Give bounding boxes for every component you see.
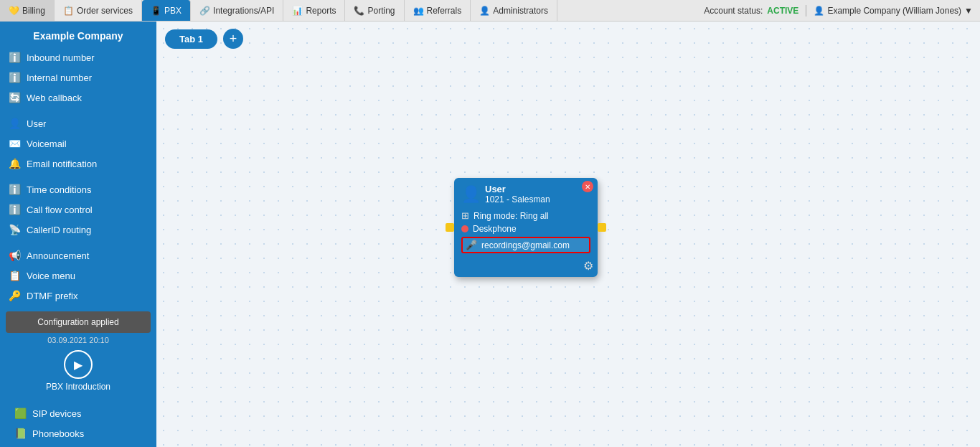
- sidebar-item-announcement[interactable]: 📢 Announcement: [0, 245, 156, 265]
- order-services-icon: 📋: [63, 6, 74, 16]
- administrators-icon: 👤: [479, 6, 490, 16]
- card-footer: ⚙: [454, 259, 598, 277]
- main-layout: Example Company ℹ️ Inbound number ℹ️ Int…: [0, 22, 980, 447]
- config-date: 03.09.2021 20:10: [6, 336, 151, 344]
- sidebar-item-sip-devices[interactable]: 🟩 SIP devices: [6, 403, 151, 423]
- nav-integrations[interactable]: 🔗 Integrations/API: [191, 0, 283, 21]
- user-card-body: ⊞ Ring mode: Ring all Deskphone 🎤 record…: [454, 207, 598, 259]
- voice-menu-icon: 📋: [9, 270, 21, 281]
- card-close-button[interactable]: ✕: [582, 181, 593, 192]
- ring-mode-row: ⊞ Ring mode: Ring all: [461, 210, 590, 221]
- play-button-wrap: ▶ PBX Introduction: [6, 350, 151, 397]
- account-status: Account status: ACTIVE: [704, 6, 798, 16]
- sidebar-item-dtmf-prefix[interactable]: 🔑 DTMF prefix: [0, 286, 156, 306]
- sidebar-item-user[interactable]: 👤 User: [0, 113, 156, 133]
- email-row[interactable]: 🎤 recordings@gmail.com: [461, 237, 590, 253]
- reports-icon: 📊: [292, 6, 303, 16]
- sip-devices-icon: 🟩: [14, 408, 27, 419]
- integrations-icon: 🔗: [199, 6, 210, 16]
- callerid-routing-icon: 📡: [9, 224, 21, 235]
- nav-porting[interactable]: 📞 Porting: [345, 0, 404, 21]
- sidebar: Example Company ℹ️ Inbound number ℹ️ Int…: [0, 22, 156, 447]
- sidebar-item-email-notification[interactable]: 🔔 Email notification: [0, 154, 156, 174]
- user-card: 👤 User 1021 - Salesman ✕ ⊞ Ring mode: Ri…: [454, 178, 598, 277]
- card-gear-icon[interactable]: ⚙: [583, 259, 593, 273]
- card-right-connector: [598, 223, 606, 232]
- email-notification-icon: 🔔: [9, 158, 21, 169]
- sidebar-item-internal-number[interactable]: ℹ️ Internal number: [0, 67, 156, 88]
- sidebar-item-time-conditions[interactable]: ℹ️ Time conditions: [0, 179, 156, 199]
- sidebar-item-voice-menu[interactable]: 📋 Voice menu: [0, 265, 156, 286]
- user-card-avatar-icon: 👤: [461, 185, 481, 204]
- add-tab-button[interactable]: +: [223, 29, 243, 49]
- content-toolbar: Tab 1 +: [156, 22, 980, 56]
- time-conditions-icon: ℹ️: [9, 184, 21, 195]
- chevron-down-icon: ▼: [964, 6, 973, 16]
- internal-number-icon: ℹ️: [9, 72, 21, 83]
- referrals-icon: 👥: [413, 6, 424, 16]
- nav-order-services[interactable]: 📋 Order services: [55, 0, 142, 21]
- deskphone-status-dot: [461, 225, 468, 232]
- user-avatar-icon: 👤: [814, 6, 824, 16]
- sidebar-item-voicemail[interactable]: ✉️ Voicemail: [0, 133, 156, 154]
- announcement-icon: 📢: [9, 250, 21, 261]
- call-flow-control-icon: ℹ️: [9, 204, 21, 215]
- ring-mode-icon: ⊞: [461, 210, 469, 221]
- nav-reports[interactable]: 📊 Reports: [283, 0, 345, 21]
- content-area: Tab 1 + 👤 User 1021 - Salesman ✕: [156, 22, 980, 447]
- top-navigation: 💛 Billing 📋 Order services 📱 PBX 🔗 Integ…: [0, 0, 980, 22]
- dtmf-prefix-icon: 🔑: [9, 290, 21, 301]
- sidebar-item-callerid-routing[interactable]: 📡 CallerID routing: [0, 220, 156, 240]
- sidebar-bottom-items: 🟩 SIP devices 📗 Phonebooks ⚙️ Settings: [6, 403, 151, 447]
- sidebar-item-web-callback[interactable]: 🔄 Web callback: [0, 88, 156, 108]
- config-applied-label: Configuration applied: [6, 311, 151, 333]
- web-callback-icon: 🔄: [9, 92, 21, 103]
- nav-billing[interactable]: 💛 Billing: [0, 0, 55, 21]
- user-card-title: User: [485, 184, 590, 194]
- pbx-intro-label: PBX Introduction: [46, 382, 110, 392]
- porting-icon: 📞: [354, 6, 364, 16]
- sidebar-item-settings[interactable]: ⚙️ Settings: [6, 443, 151, 447]
- nav-items: 💛 Billing 📋 Order services 📱 PBX 🔗 Integ…: [0, 0, 697, 21]
- user-icon: 👤: [9, 118, 21, 129]
- pbx-icon: 📱: [151, 6, 161, 16]
- play-button[interactable]: ▶: [64, 350, 93, 379]
- voicemail-icon: ✉️: [9, 138, 21, 149]
- company-name: Example Company: [0, 22, 156, 47]
- sidebar-item-call-flow-control[interactable]: ℹ️ Call flow control: [0, 199, 156, 220]
- email-record-icon: 🎤: [466, 240, 477, 250]
- nav-pbx[interactable]: 📱 PBX: [142, 0, 191, 21]
- sidebar-item-phonebooks[interactable]: 📗 Phonebooks: [6, 423, 151, 443]
- deskphone-row: Deskphone: [461, 224, 590, 234]
- nav-administrators[interactable]: 👤 Administrators: [471, 0, 557, 21]
- card-left-connector: [446, 223, 454, 232]
- user-name-block: User 1021 - Salesman: [485, 184, 590, 204]
- sidebar-item-inbound-number[interactable]: ℹ️ Inbound number: [0, 47, 156, 67]
- tab-1-button[interactable]: Tab 1: [165, 29, 217, 49]
- phonebooks-icon: 📗: [14, 428, 27, 439]
- flow-canvas[interactable]: 👤 User 1021 - Salesman ✕ ⊞ Ring mode: Ri…: [156, 56, 980, 447]
- user-info[interactable]: 👤 Example Company (William Jones) ▼: [814, 6, 973, 16]
- billing-icon: 💛: [9, 6, 19, 16]
- nav-referrals[interactable]: 👥 Referrals: [405, 0, 471, 21]
- inbound-number-icon: ℹ️: [9, 52, 21, 63]
- user-card-subtitle: 1021 - Salesman: [485, 194, 590, 204]
- user-card-header: 👤 User 1021 - Salesman ✕: [454, 178, 598, 207]
- top-right-area: Account status: ACTIVE 👤 Example Company…: [697, 5, 980, 17]
